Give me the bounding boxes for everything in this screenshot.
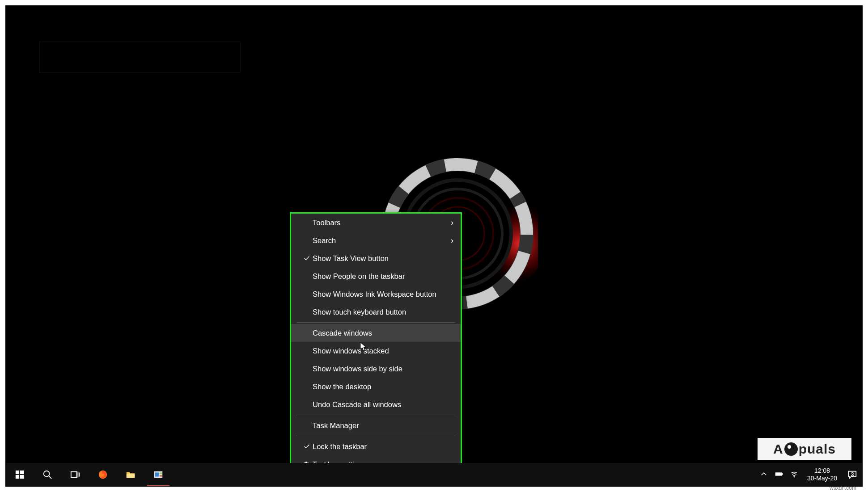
system-tray[interactable]	[756, 463, 802, 486]
menu-label: Toolbars	[313, 219, 451, 227]
taskbar-clock[interactable]: 12:08 30-May-20	[802, 463, 843, 486]
tray-battery-icon[interactable]	[775, 470, 783, 479]
menu-item-lock-taskbar[interactable]: Lock the taskbar	[291, 437, 461, 455]
menu-separator	[296, 436, 455, 436]
menu-label: Cascade windows	[313, 329, 453, 337]
task-view-button[interactable]	[61, 463, 89, 486]
menu-item-cascade-windows[interactable]: Cascade windows	[291, 324, 461, 342]
menu-label: Lock the taskbar	[313, 442, 453, 451]
menu-item-show-people[interactable]: Show People on the taskbar	[291, 267, 461, 285]
menu-label: Search	[313, 236, 451, 245]
svg-rect-13	[71, 472, 77, 478]
menu-item-show-ink-workspace[interactable]: Show Windows Ink Workspace button	[291, 285, 461, 303]
menu-item-show-touch-keyboard[interactable]: Show touch keyboard button	[291, 303, 461, 321]
svg-rect-7	[16, 471, 19, 474]
taskbar-spacer	[172, 463, 756, 486]
menu-label: Show the desktop	[313, 383, 453, 391]
tray-wifi-icon[interactable]	[790, 470, 798, 479]
watermark-text-right: puals	[799, 442, 836, 457]
menu-item-task-manager[interactable]: Task Manager	[291, 416, 461, 434]
menu-label: Undo Cascade all windows	[313, 400, 453, 409]
watermark-ball-icon	[784, 442, 798, 456]
menu-separator	[296, 415, 455, 415]
search-button[interactable]	[34, 463, 61, 486]
clock-date: 30-May-20	[807, 475, 837, 482]
taskbar-app-firefox[interactable]	[89, 463, 117, 486]
svg-rect-19	[155, 472, 159, 476]
svg-rect-10	[20, 475, 24, 479]
svg-rect-21	[160, 475, 162, 477]
taskbar-app-active[interactable]	[144, 463, 172, 486]
watermark-text-left: A	[773, 442, 783, 457]
taskbar-context-menu: Toolbars › Search › Show Task View butto…	[290, 212, 462, 475]
svg-line-12	[49, 476, 51, 479]
svg-rect-24	[776, 473, 781, 475]
svg-rect-8	[20, 471, 24, 474]
menu-item-windows-stacked[interactable]: Show windows stacked	[291, 342, 461, 360]
clock-time: 12:08	[814, 467, 830, 475]
menu-label: Show Windows Ink Workspace button	[313, 290, 453, 299]
action-center-button[interactable]: 3	[843, 463, 862, 486]
notification-count: 3	[851, 471, 854, 478]
menu-item-toolbars[interactable]: Toolbars ›	[291, 214, 461, 231]
tray-chevron-up-icon[interactable]	[760, 470, 768, 479]
taskbar-app-file-explorer[interactable]	[117, 463, 144, 486]
start-button[interactable]	[6, 463, 34, 486]
chevron-right-icon: ›	[451, 218, 453, 227]
taskbar[interactable]: 12:08 30-May-20 3	[6, 463, 862, 486]
check-icon	[301, 443, 313, 450]
watermark-logo: A puals	[758, 438, 851, 460]
menu-item-undo-cascade[interactable]: Undo Cascade all windows	[291, 395, 461, 413]
check-icon	[301, 255, 313, 262]
svg-point-25	[794, 476, 795, 477]
menu-separator	[296, 322, 455, 323]
image-attribution: wsxdn.com	[830, 485, 856, 491]
menu-label: Show touch keyboard button	[313, 308, 453, 316]
menu-label: Show People on the taskbar	[313, 272, 453, 281]
menu-label: Show Task View button	[313, 254, 453, 263]
svg-rect-9	[16, 475, 19, 479]
svg-point-11	[44, 471, 50, 477]
svg-rect-23	[782, 473, 783, 475]
menu-label: Show windows side by side	[313, 365, 453, 373]
menu-item-search[interactable]: Search ›	[291, 231, 461, 249]
menu-item-show-desktop[interactable]: Show the desktop	[291, 378, 461, 395]
svg-rect-20	[160, 472, 162, 474]
menu-label: Show windows stacked	[313, 347, 453, 355]
menu-item-windows-side-by-side[interactable]: Show windows side by side	[291, 360, 461, 378]
empty-window-outline	[39, 42, 241, 73]
menu-label: Task Manager	[313, 421, 453, 430]
chevron-right-icon: ›	[451, 236, 453, 245]
svg-rect-17	[127, 474, 135, 478]
menu-item-show-task-view[interactable]: Show Task View button	[291, 249, 461, 267]
